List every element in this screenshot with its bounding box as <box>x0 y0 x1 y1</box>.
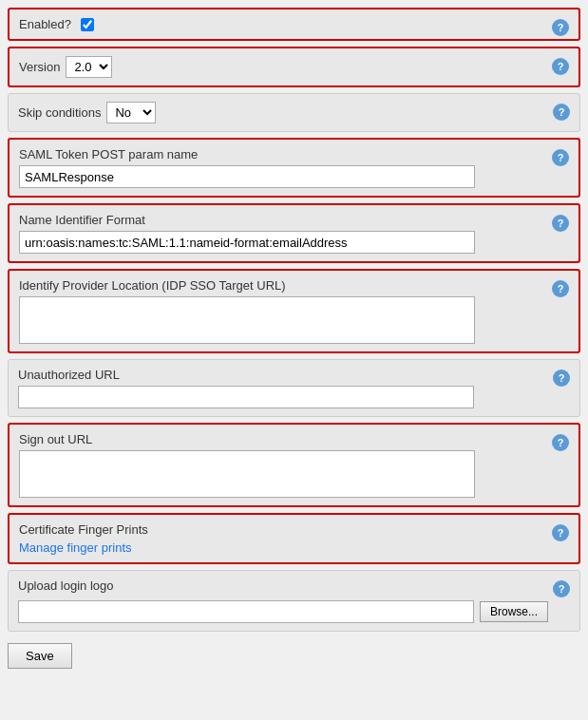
idp-location-row: Identify Provider Location (IDP SSO Targ… <box>8 269 580 353</box>
saml-token-label: SAML Token POST param name <box>19 147 569 161</box>
saml-token-input[interactable] <box>19 165 475 188</box>
name-identifier-row: Name Identifier Format ? <box>8 203 580 263</box>
signout-url-row: Sign out URL ? <box>8 423 580 507</box>
save-button[interactable]: Save <box>8 643 72 669</box>
enabled-label: Enabled? <box>19 17 71 31</box>
skip-conditions-row: Skip conditions No Yes ? <box>8 93 580 132</box>
idp-location-info-icon[interactable]: ? <box>552 280 569 297</box>
skip-conditions-info-icon[interactable]: ? <box>553 104 570 121</box>
form-container: Enabled? ? Version 1.0 2.0 3.0 ? Skip co… <box>8 8 580 669</box>
enabled-row: Enabled? ? <box>8 8 580 41</box>
skip-conditions-select[interactable]: No Yes <box>106 102 156 123</box>
version-label: Version <box>19 60 60 74</box>
saml-token-row: SAML Token POST param name ? <box>8 138 580 198</box>
idp-location-label: Identify Provider Location (IDP SSO Targ… <box>19 278 569 293</box>
idp-location-input[interactable] <box>19 296 475 344</box>
upload-logo-info-icon[interactable]: ? <box>553 580 570 597</box>
cert-fingerprints-info-icon[interactable]: ? <box>552 524 569 541</box>
skip-conditions-label: Skip conditions <box>18 105 101 120</box>
saml-token-info-icon[interactable]: ? <box>552 149 569 166</box>
signout-url-info-icon[interactable]: ? <box>552 434 569 451</box>
version-info-icon[interactable]: ? <box>552 58 569 75</box>
name-identifier-input[interactable] <box>19 231 475 254</box>
name-identifier-label: Name Identifier Format <box>19 213 569 227</box>
version-select[interactable]: 1.0 2.0 3.0 <box>66 56 112 78</box>
unauthorized-url-info-icon[interactable]: ? <box>553 369 570 387</box>
enabled-checkbox[interactable] <box>81 18 94 31</box>
cert-fingerprints-row: Certificate Finger Prints Manage finger … <box>8 513 580 564</box>
upload-logo-row: Upload login logo Browse... ? <box>8 570 580 632</box>
unauthorized-url-input[interactable] <box>18 386 474 408</box>
enabled-info-icon[interactable]: ? <box>552 19 569 36</box>
upload-logo-label: Upload login logo <box>18 578 570 593</box>
upload-logo-input[interactable] <box>18 600 474 623</box>
browse-button[interactable]: Browse... <box>480 601 548 622</box>
name-identifier-info-icon[interactable]: ? <box>552 215 569 232</box>
unauthorized-url-row: Unauthorized URL ? <box>8 359 580 417</box>
manage-fingerprints-link[interactable]: Manage finger prints <box>19 540 569 555</box>
cert-fingerprints-label: Certificate Finger Prints <box>19 522 569 537</box>
unauthorized-url-label: Unauthorized URL <box>18 368 570 382</box>
version-row: Version 1.0 2.0 3.0 ? <box>8 47 580 87</box>
signout-url-input[interactable] <box>19 450 475 498</box>
signout-url-label: Sign out URL <box>19 432 569 446</box>
